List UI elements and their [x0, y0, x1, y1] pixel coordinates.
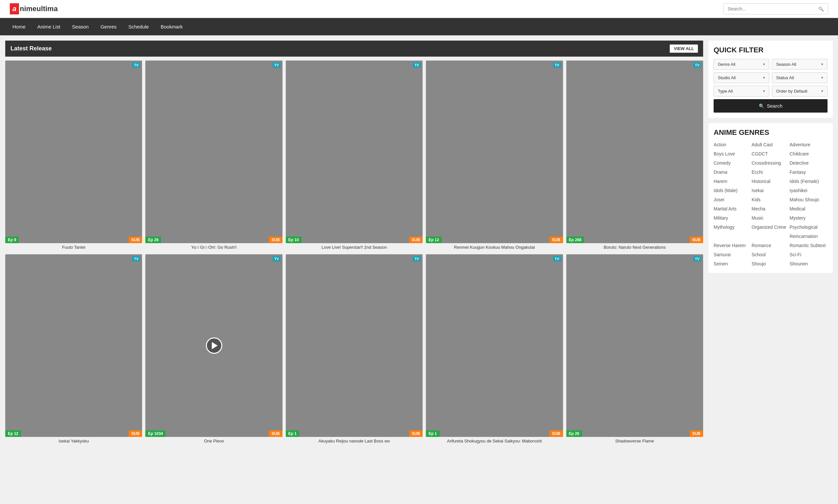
genre-link[interactable]: Sci-Fi — [789, 251, 827, 258]
quick-filter: QUICK FILTER Genre All Season All Studio… — [708, 40, 833, 118]
genre-link[interactable]: Mahou Shoujo — [789, 196, 827, 203]
genre-link[interactable]: Idols (Female) — [789, 177, 827, 185]
type-badge: TV — [132, 62, 140, 68]
nav-home[interactable]: Home — [6, 18, 32, 35]
season-filter[interactable]: Season All — [772, 59, 827, 70]
genre-link[interactable]: Martial Arts — [714, 205, 752, 213]
genre-link[interactable]: Drama — [714, 168, 752, 176]
view-all-button[interactable]: VIEW ALL — [670, 44, 698, 53]
genre-link[interactable]: Psychological — [789, 223, 827, 231]
anime-card[interactable]: TVEp 26SUBYu☆Gi☆Oh!: Go Rush!! — [145, 60, 282, 250]
anime-card[interactable]: TVEp 1034SUBOne Piece — [145, 254, 282, 444]
quick-filter-title: QUICK FILTER — [714, 46, 827, 54]
genre-link[interactable]: Josei — [714, 196, 752, 203]
anime-card[interactable]: TVEp 1SUBAkuyaku Reijou nanode Last Boss… — [286, 254, 423, 444]
genre-link[interactable]: Harem — [714, 177, 752, 185]
search-input[interactable] — [724, 4, 815, 14]
genre-link[interactable]: Isekai — [752, 186, 789, 194]
filter-row-1: Genre All Season All — [714, 59, 827, 70]
genre-link[interactable]: Ecchi — [752, 168, 789, 176]
genre-link — [752, 232, 789, 240]
genre-link[interactable]: Action — [714, 141, 752, 148]
genres-grid: ActionAdult CastAdventureBoys LoveCGDCTC… — [714, 141, 827, 268]
genre-link[interactable]: Reincarnation — [789, 232, 827, 240]
anime-card[interactable]: TVEp 9SUBFuuto Tantei — [5, 60, 142, 250]
anime-title: Renmei Kuugun Koukuu Mahou Ongakutai — [426, 245, 563, 250]
genre-link[interactable]: Idols (Male) — [714, 186, 752, 194]
genre-link[interactable]: Military — [714, 214, 752, 222]
genre-link[interactable]: Iyashikei — [789, 186, 827, 194]
nav-bookmark[interactable]: Bookmark — [155, 18, 189, 35]
genre-link[interactable]: Mythology — [714, 223, 752, 231]
anime-card[interactable]: TVEp 12SUBIsekai Yakkyoku — [5, 254, 142, 444]
genre-link[interactable]: Boys Love — [714, 150, 752, 158]
sub-badge: SUB — [269, 237, 282, 243]
genre-link[interactable]: Fantasy — [789, 168, 827, 176]
genre-link — [714, 232, 752, 240]
search-label: Search — [767, 103, 783, 109]
genre-link[interactable]: Historical — [752, 177, 789, 185]
genre-link[interactable]: Organized Crime — [752, 223, 789, 231]
genre-link[interactable]: Shoujo — [752, 260, 789, 268]
anime-cover: TVEp 9SUB — [5, 60, 142, 243]
genre-link[interactable]: Adult Cast — [752, 141, 789, 148]
search-bar[interactable]: 🔍 — [724, 3, 828, 14]
ep-badge: Ep 26 — [566, 430, 582, 437]
genre-link[interactable]: Shounen — [789, 260, 827, 268]
genre-link[interactable]: School — [752, 251, 789, 258]
genre-link[interactable]: Samurai — [714, 251, 752, 258]
type-filter[interactable]: Type All — [714, 86, 769, 96]
genre-link[interactable]: Adventure — [789, 141, 827, 148]
studio-filter[interactable]: Studio All — [714, 72, 769, 83]
genre-link[interactable]: Medical — [789, 205, 827, 213]
nav-season[interactable]: Season — [66, 18, 95, 35]
anime-title: Isekai Yakkyoku — [5, 438, 142, 444]
anime-cover: TVEp 26SUB — [145, 60, 282, 243]
order-filter[interactable]: Order by Default — [772, 86, 827, 96]
anime-card[interactable]: TVEp 268SUBBoruto: Naruto Next Generatio… — [566, 60, 703, 250]
genre-link[interactable]: Comedy — [714, 159, 752, 167]
nav-genres[interactable]: Genres — [95, 18, 122, 35]
nav-schedule[interactable]: Schedule — [122, 18, 155, 35]
genre-link[interactable]: Romance — [752, 241, 789, 249]
search-submit-button[interactable]: 🔍 — [815, 4, 828, 14]
quick-filter-search-button[interactable]: Search — [714, 99, 827, 112]
genre-link[interactable]: Detective — [789, 159, 827, 167]
status-filter[interactable]: Status All — [772, 72, 827, 83]
genre-link[interactable]: Mystery — [789, 214, 827, 222]
genre-link[interactable]: Crossdressing — [752, 159, 789, 167]
anime-cover: TVEp 12SUB — [5, 254, 142, 437]
anime-card[interactable]: TVEp 26SUBShadowverse Flame — [566, 254, 703, 444]
main-nav: Home Anime List Season Genres Schedule B… — [0, 18, 838, 35]
genre-link[interactable]: CGDCT — [752, 150, 789, 158]
anime-card[interactable]: TVEp 10SUBLove Live! Superstar!! 2nd Sea… — [286, 60, 423, 250]
nav-anime-list[interactable]: Anime List — [32, 18, 66, 35]
main-layout: Latest Release VIEW ALL TVEp 9SUBFuuto T… — [0, 35, 838, 453]
genre-link[interactable]: Childcare — [789, 150, 827, 158]
play-icon[interactable] — [206, 338, 222, 354]
logo-text: nimeultima — [20, 4, 58, 13]
anime-card[interactable]: TVEp 12SUBRenmei Kuugun Koukuu Mahou Ong… — [426, 60, 563, 250]
type-badge: TV — [413, 256, 421, 262]
anime-title: Akuyaku Reijou nanode Last Boss wo — [286, 438, 423, 444]
genre-link[interactable]: Seinen — [714, 260, 752, 268]
sub-badge: SUB — [269, 430, 282, 437]
anime-grid-row2: TVEp 12SUBIsekai YakkyokuTVEp 1034SUBOne… — [5, 254, 703, 444]
anime-card[interactable]: TVEp 1SUBArifureta Shokugyou de Sekai Sa… — [426, 254, 563, 444]
genre-link[interactable]: Reverse Harem — [714, 241, 752, 249]
ep-badge: Ep 1034 — [145, 430, 165, 437]
genre-link[interactable]: Music — [752, 214, 789, 222]
sub-badge: SUB — [690, 430, 703, 437]
genre-link[interactable]: Kids — [752, 196, 789, 203]
genre-link[interactable]: Romantic Subtext — [789, 241, 827, 249]
ep-badge: Ep 10 — [286, 237, 302, 243]
logo-highlight: a — [10, 3, 19, 14]
latest-release-title: Latest Release — [11, 45, 52, 52]
genre-link[interactable]: Mecha — [752, 205, 789, 213]
genre-filter[interactable]: Genre All — [714, 59, 769, 70]
logo[interactable]: a nimeultima — [10, 3, 58, 14]
anime-title: Fuuto Tantei — [5, 245, 142, 250]
anime-title: One Piece — [145, 438, 282, 444]
type-badge: TV — [553, 256, 561, 262]
type-badge: TV — [132, 256, 140, 262]
